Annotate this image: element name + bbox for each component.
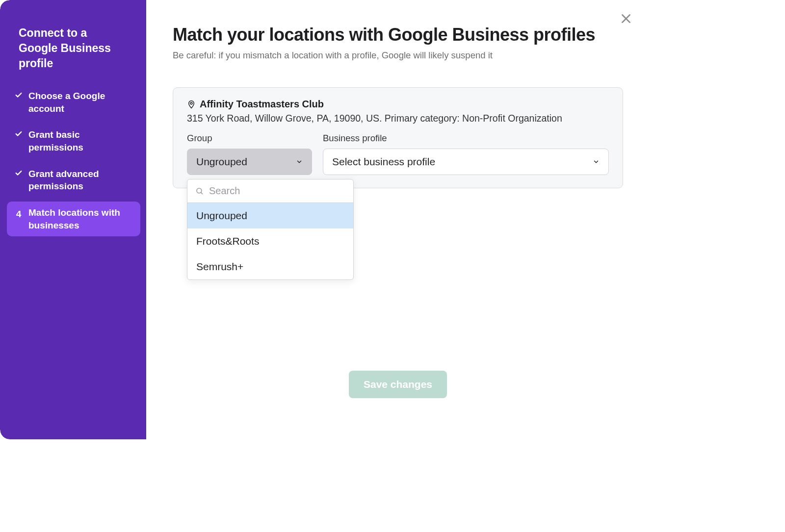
page-subtitle: Be careful: if you mismatch a location w… (173, 50, 623, 61)
location-name: Affinity Toastmasters Club (200, 99, 324, 110)
main-panel: Match your locations with Google Busines… (146, 0, 648, 439)
dropdown-item-semrush-plus[interactable]: Semrush+ (187, 254, 353, 279)
close-icon (620, 12, 632, 25)
footer: Save changes (173, 371, 623, 420)
modal-frame: Connect to a Google Business profile Cho… (0, 0, 648, 439)
wizard-sidebar: Connect to a Google Business profile Cho… (0, 0, 146, 439)
sidebar-step-label: Choose a Google account (28, 90, 135, 115)
sidebar-step-match-locations[interactable]: 4 Match locations with businesses (7, 202, 140, 236)
group-label: Group (187, 133, 312, 144)
selector-row: Group Ungrouped Business profile Select … (187, 133, 609, 175)
chevron-down-icon (296, 158, 303, 165)
sidebar-step-advanced-permissions[interactable]: Grant advanced permissions (7, 163, 140, 198)
search-icon (195, 187, 204, 196)
chevron-down-icon (593, 158, 600, 165)
sidebar-steps: Choose a Google account Grant basic perm… (7, 85, 140, 236)
profile-select-value: Select business profile (332, 156, 435, 168)
close-button[interactable] (618, 11, 634, 26)
dropdown-search-row (187, 179, 353, 203)
sidebar-step-choose-account[interactable]: Choose a Google account (7, 85, 140, 120)
group-dropdown: Ungrouped Froots&Roots Semrush+ (187, 179, 354, 280)
sidebar-step-label: Grant basic permissions (28, 128, 135, 153)
location-name-row: Affinity Toastmasters Club (187, 99, 609, 110)
map-pin-icon (187, 99, 196, 110)
group-select-value: Ungrouped (196, 156, 247, 168)
location-address: 315 York Road, Willow Grove, PA, 19090, … (187, 113, 609, 124)
svg-point-3 (197, 188, 202, 193)
svg-point-2 (190, 102, 192, 104)
step-number: 4 (14, 208, 24, 221)
sidebar-step-label: Grant advanced permissions (28, 168, 135, 193)
page-title: Match your locations with Google Busines… (173, 25, 623, 45)
dropdown-item-froots-roots[interactable]: Froots&Roots (187, 228, 353, 254)
save-changes-button[interactable]: Save changes (349, 371, 447, 398)
dropdown-search-input[interactable] (209, 185, 345, 197)
check-icon (14, 169, 24, 177)
group-column: Group Ungrouped (187, 133, 312, 175)
sidebar-step-label: Match locations with businesses (28, 206, 135, 231)
profile-select[interactable]: Select business profile (323, 149, 609, 175)
location-card: Affinity Toastmasters Club 315 York Road… (173, 87, 623, 188)
sidebar-step-basic-permissions[interactable]: Grant basic permissions (7, 124, 140, 158)
sidebar-title: Connect to a Google Business profile (7, 25, 140, 85)
check-icon (14, 130, 24, 138)
profile-column: Business profile Select business profile (323, 133, 609, 175)
dropdown-item-ungrouped[interactable]: Ungrouped (187, 203, 353, 228)
profile-label: Business profile (323, 133, 609, 144)
svg-line-4 (201, 192, 203, 194)
check-icon (14, 91, 24, 99)
group-select[interactable]: Ungrouped (187, 149, 312, 175)
